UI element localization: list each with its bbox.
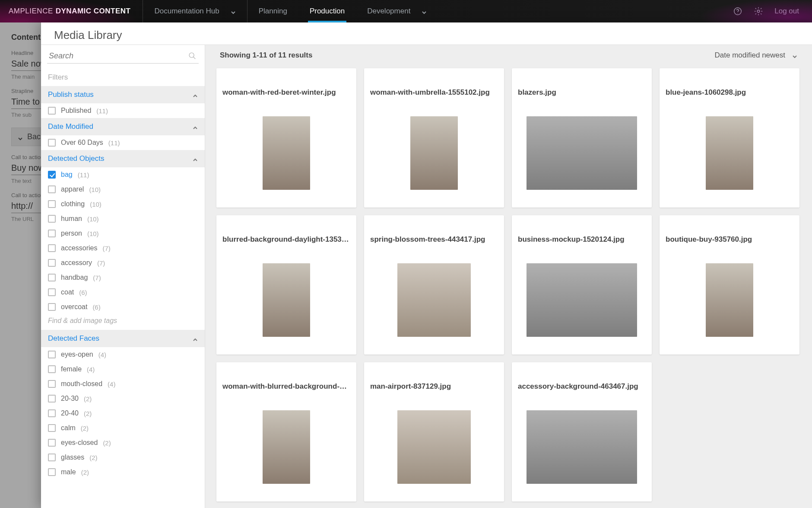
sort-dropdown[interactable]: Date modified newest xyxy=(715,51,797,60)
filter-option[interactable]: accessory(7) xyxy=(41,256,205,270)
filter-option[interactable]: calm(2) xyxy=(41,421,205,435)
filter-option[interactable]: eyes-open(4) xyxy=(41,347,205,362)
media-card[interactable]: woman-with-blurred-background-936244.jpg xyxy=(216,362,356,502)
nav-tab-development[interactable]: Development xyxy=(356,0,438,22)
filter-option[interactable]: overcoat(6) xyxy=(41,300,205,314)
checkbox-icon xyxy=(48,215,56,223)
checkbox-icon xyxy=(48,259,56,267)
filter-option-count: (4) xyxy=(108,380,115,388)
media-thumbnail xyxy=(666,252,793,348)
filter-option[interactable]: 20-40(2) xyxy=(41,406,205,421)
filter-option[interactable]: mouth-closed(4) xyxy=(41,377,205,391)
svg-point-3 xyxy=(189,53,194,58)
filter-group-title: Date Modified xyxy=(48,122,93,131)
media-thumbnail xyxy=(370,252,498,348)
filter-option-label: Over 60 Days xyxy=(61,139,103,147)
checkbox-icon xyxy=(48,274,56,281)
filter-option-count: (2) xyxy=(84,395,92,403)
checkbox-icon xyxy=(48,468,56,476)
filter-group-header[interactable]: Publish status xyxy=(41,86,205,103)
filter-group-header[interactable]: Date Modified xyxy=(41,118,205,135)
filter-option[interactable]: glasses(2) xyxy=(41,450,205,465)
media-card-title: blue-jeans-1060298.jpg xyxy=(666,88,793,97)
filter-option[interactable]: eyes-closed(2) xyxy=(41,435,205,450)
nav-hub-dropdown[interactable]: Documentation Hub xyxy=(143,0,247,22)
media-thumbnail xyxy=(518,252,646,348)
filter-option-label: eyes-open xyxy=(61,351,93,358)
filter-option-label: 20-40 xyxy=(61,409,79,417)
brand-name-bold: DYNAMIC CONTENT xyxy=(56,7,131,16)
search-field[interactable] xyxy=(47,48,199,64)
thumbnail-image xyxy=(263,410,310,484)
filter-option-count: (11) xyxy=(96,107,108,115)
filter-group-title: Detected Faces xyxy=(48,334,99,343)
chevron-down-icon xyxy=(231,9,236,14)
nav-tab-production[interactable]: Production xyxy=(298,0,356,22)
filter-option[interactable]: handbag(7) xyxy=(41,270,205,285)
results-grid: woman-with-red-beret-winter.jpgwoman-wit… xyxy=(205,64,812,508)
filter-option-label: handbag xyxy=(61,274,88,281)
tag-search-input[interactable]: Find & add image tags xyxy=(48,317,198,325)
filter-option[interactable]: apparel(10) xyxy=(41,182,205,197)
gear-icon[interactable] xyxy=(754,6,763,16)
filter-option[interactable]: bag(11) xyxy=(41,167,205,182)
filter-option-label: overcoat xyxy=(61,303,87,311)
sort-label: Date modified newest xyxy=(715,51,785,60)
media-card-title: woman-with-red-beret-winter.jpg xyxy=(222,88,350,97)
nav-tab-planning[interactable]: Planning xyxy=(247,0,298,22)
media-card[interactable]: blurred-background-daylight-1353051.jpg xyxy=(216,215,356,355)
media-card-title: accessory-background-463467.jpg xyxy=(518,382,646,391)
checkbox-icon xyxy=(48,365,56,373)
filter-option[interactable]: Published(11) xyxy=(41,103,205,118)
filter-option-count: (7) xyxy=(93,274,101,281)
checkbox-icon xyxy=(48,439,56,447)
filter-option[interactable]: coat(6) xyxy=(41,285,205,300)
filter-option-label: human xyxy=(61,215,82,223)
checkbox-icon xyxy=(48,380,56,388)
filter-group-header[interactable]: Detected Faces xyxy=(41,330,205,347)
brand-logo: AMPLIENCE DYNAMIC CONTENT xyxy=(0,7,143,16)
nav-hub-label: Documentation Hub xyxy=(154,7,219,16)
media-thumbnail xyxy=(666,105,793,201)
media-card[interactable]: boutique-buy-935760.jpg xyxy=(660,215,799,355)
media-card[interactable]: blue-jeans-1060298.jpg xyxy=(660,68,799,208)
modal-title: Media Library xyxy=(54,29,799,42)
media-card[interactable]: woman-with-umbrella-1555102.jpg xyxy=(364,68,504,208)
media-card[interactable]: woman-with-red-beret-winter.jpg xyxy=(216,68,356,208)
media-thumbnail xyxy=(370,105,498,201)
filter-option[interactable]: Over 60 Days(11) xyxy=(41,135,205,150)
media-card[interactable]: blazers.jpg xyxy=(512,68,652,208)
filter-option[interactable]: clothing(10) xyxy=(41,197,205,211)
media-card[interactable]: business-mockup-1520124.jpg xyxy=(512,215,652,355)
filter-option[interactable]: accessories(7) xyxy=(41,241,205,256)
checkbox-icon xyxy=(48,244,56,252)
filter-option[interactable]: person(10) xyxy=(41,226,205,241)
filter-option[interactable]: female(4) xyxy=(41,362,205,377)
search-input[interactable] xyxy=(49,51,187,61)
help-icon[interactable] xyxy=(733,6,742,16)
thumbnail-image xyxy=(397,410,471,484)
filter-option[interactable]: 20-30(2) xyxy=(41,391,205,406)
media-thumbnail xyxy=(370,399,498,495)
nav-right: Log out xyxy=(733,6,812,16)
checkbox-icon xyxy=(48,139,56,147)
thumbnail-image xyxy=(263,263,310,337)
search-icon xyxy=(187,51,197,61)
nav-tabs: PlanningProductionDevelopment xyxy=(247,0,438,22)
filter-option[interactable]: male(2) xyxy=(41,465,205,479)
filter-group-header[interactable]: Detected Objects xyxy=(41,150,205,167)
filter-option-label: 20-30 xyxy=(61,395,79,403)
checkbox-icon xyxy=(48,171,56,179)
chevron-up-icon xyxy=(193,124,198,129)
results-summary: Showing 1-11 of 11 results xyxy=(220,51,312,60)
logout-link[interactable]: Log out xyxy=(774,7,799,16)
media-card[interactable]: man-airport-837129.jpg xyxy=(364,362,504,502)
checkbox-icon xyxy=(48,107,56,115)
filter-option[interactable]: human(10) xyxy=(41,211,205,226)
nav-tab-label: Planning xyxy=(259,7,287,16)
media-card-title: man-airport-837129.jpg xyxy=(370,382,498,391)
media-card[interactable]: spring-blossom-trees-443417.jpg xyxy=(364,215,504,355)
thumbnail-image xyxy=(263,116,310,190)
filter-option-count: (2) xyxy=(81,425,89,432)
media-card[interactable]: accessory-background-463467.jpg xyxy=(512,362,652,502)
